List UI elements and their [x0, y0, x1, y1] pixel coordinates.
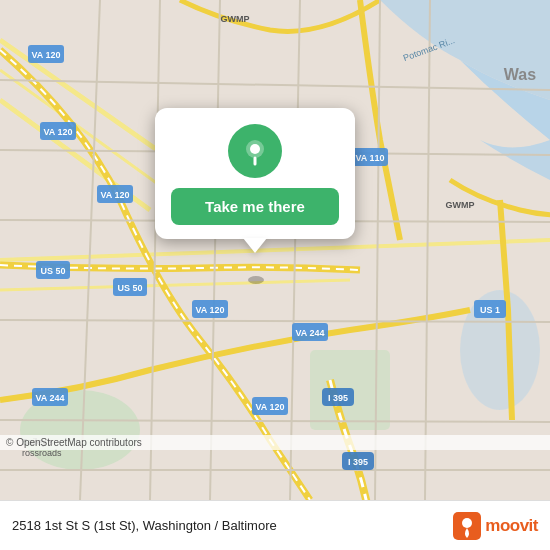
svg-text:US 50: US 50: [117, 283, 142, 293]
svg-text:I 395: I 395: [328, 393, 348, 403]
svg-point-55: [250, 144, 260, 154]
popup: Take me there: [155, 108, 355, 239]
copyright-text: © OpenStreetMap contributors: [6, 437, 142, 448]
svg-text:US 50: US 50: [40, 266, 65, 276]
svg-text:VA 244: VA 244: [35, 393, 64, 403]
moovit-icon: [453, 512, 481, 540]
pin-icon-circle: [228, 124, 282, 178]
svg-text:VA 120: VA 120: [255, 402, 284, 412]
svg-text:VA 120: VA 120: [31, 50, 60, 60]
svg-point-53: [248, 276, 264, 284]
svg-point-57: [462, 518, 472, 528]
map-svg: VA 120 VA 120 VA 120 VA 120 VA 120 US 50…: [0, 0, 550, 500]
moovit-brand-text: moovit: [485, 516, 538, 536]
svg-text:VA 120: VA 120: [100, 190, 129, 200]
moovit-logo: moovit: [453, 512, 538, 540]
svg-text:I 395: I 395: [348, 457, 368, 467]
svg-text:Was: Was: [504, 66, 536, 83]
take-me-there-button[interactable]: Take me there: [171, 188, 339, 225]
svg-text:VA 244: VA 244: [295, 328, 324, 338]
address-text: 2518 1st St S (1st St), Washington / Bal…: [12, 518, 453, 533]
svg-text:GWMP: GWMP: [221, 14, 250, 24]
copyright-bar: © OpenStreetMap contributors: [0, 435, 550, 450]
svg-text:US 1: US 1: [480, 305, 500, 315]
svg-text:VA 120: VA 120: [195, 305, 224, 315]
map-container: VA 120 VA 120 VA 120 VA 120 VA 120 US 50…: [0, 0, 550, 500]
svg-text:VA 120: VA 120: [43, 127, 72, 137]
bottom-bar: 2518 1st St S (1st St), Washington / Bal…: [0, 500, 550, 550]
svg-text:VA 110: VA 110: [355, 153, 384, 163]
svg-text:GWMP: GWMP: [446, 200, 475, 210]
location-pin-icon: [240, 136, 270, 166]
